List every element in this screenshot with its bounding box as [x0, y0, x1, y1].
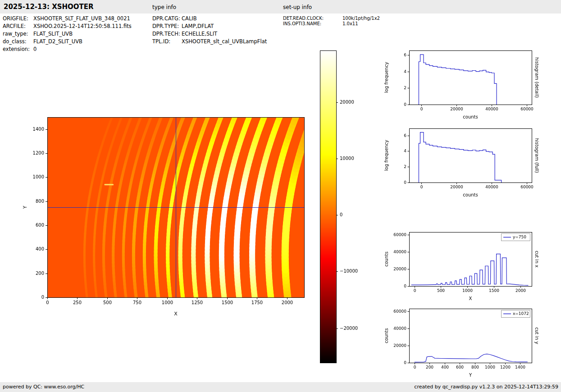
meta-row-dprtype: DPR.TYPE:LAMP,DFLAT — [152, 23, 267, 31]
histogram-full-plot — [385, 125, 536, 196]
meta-value: FLAT_SLIT_UVB — [33, 31, 73, 37]
meta-row-tplid: TPL.ID:XSHOOTER_slt_cal_UVBLampFlat — [152, 38, 267, 46]
meta-label: TPL.ID: — [152, 38, 182, 45]
meta-value: FLAT_D2_SLIT_UVB — [33, 38, 82, 45]
raw-frame-xlabel: X — [162, 311, 189, 317]
cut-in-x-plot — [385, 228, 536, 300]
file-info-block: ORIGFILE:XSHOOTER_SLT_FLAT_UVB_348_0021 … — [3, 15, 132, 54]
meta-value: ECHELLE,SLIT — [182, 31, 217, 37]
meta-value: LAMP,DFLAT — [182, 23, 214, 29]
footer-right-text: created by qc_rawdisp.py v1.2.3 on 2025-… — [414, 384, 558, 390]
histogram-detail-xlabel: counts — [452, 114, 488, 119]
cut-in-y-ylabel: counts — [384, 328, 389, 343]
cut-in-x-ylabel: counts — [384, 251, 389, 266]
footer-bar: powered by QC: www.eso.org/HC created by… — [0, 382, 561, 392]
meta-row-dprcatg: DPR.CATG:CALIB — [152, 15, 267, 23]
meta-row-dprtech: DPR.TECH:ECHELLE,SLIT — [152, 31, 267, 38]
meta-value: XSHOO.2025-12-14T12:50:58.111.fits — [33, 23, 132, 29]
cut-in-y-xlabel: Y — [452, 373, 488, 378]
meta-value: XSHOOTER_SLT_FLAT_UVB_348_0021 — [33, 15, 130, 22]
type-info-section-label: type info — [152, 4, 176, 10]
histogram-full-right-label: histogram (full) — [534, 138, 539, 173]
meta-row-opti3name: INS.OPTI3.NAME:1.0x11 — [283, 21, 380, 27]
meta-row-rawtype: raw_type:FLAT_SLIT_UVB — [3, 31, 132, 38]
meta-label: do_class: — [3, 38, 33, 45]
meta-row-origfile: ORIGFILE:XSHOOTER_SLT_FLAT_UVB_348_0021 — [3, 15, 132, 23]
cut-in-x-xlabel: X — [452, 296, 488, 301]
meta-label: raw_type: — [3, 31, 33, 37]
meta-row-extension: extension:0 — [3, 46, 132, 54]
meta-value: CALIB — [182, 15, 197, 22]
histogram-detail-right-label: histogram (detail) — [534, 57, 539, 98]
meta-row-doclass: do_class:FLAT_D2_SLIT_UVB — [3, 38, 132, 46]
meta-label: DPR.TECH: — [152, 31, 182, 37]
page-title: 2025-12-13: XSHOOTER — [4, 3, 94, 11]
qc-report-page: 2025-12-13: XSHOOTER type info set-up in… — [0, 0, 561, 392]
type-info-block: DPR.CATG:CALIB DPR.TYPE:LAMP,DFLAT DPR.T… — [152, 15, 267, 46]
histogram-detail-plot — [385, 47, 536, 118]
setup-info-block: DET.READ.CLOCK:100k/1pt/hg/1x2 INS.OPTI3… — [283, 16, 380, 27]
meta-row-arcfile: ARCFILE:XSHOO.2025-12-14T12:50:58.111.fi… — [3, 23, 132, 31]
raw-frame-ylabel: Y — [23, 206, 27, 209]
meta-label: extension: — [3, 46, 33, 52]
setup-info-section-label: set-up info — [283, 4, 312, 10]
histogram-full-ylabel: log frequency — [384, 140, 389, 171]
cut-in-y-right-label: cut in y — [534, 327, 539, 344]
meta-label: ORIGFILE: — [3, 15, 33, 22]
colorbar — [315, 47, 365, 367]
raw-frame-plot — [18, 113, 311, 324]
meta-label: DPR.CATG: — [152, 15, 182, 22]
cut-in-y-plot — [385, 305, 536, 376]
cut-in-x-right-label: cut in x — [534, 251, 539, 267]
meta-value: XSHOOTER_slt_cal_UVBLampFlat — [182, 38, 267, 45]
histogram-full-xlabel: counts — [452, 192, 488, 197]
histogram-detail-ylabel: log frequency — [384, 62, 389, 93]
meta-value: 0 — [33, 46, 36, 52]
meta-row-readclock: DET.READ.CLOCK:100k/1pt/hg/1x2 — [283, 16, 380, 21]
meta-label: INS.OPTI3.NAME: — [283, 21, 342, 26]
meta-value: 1.0x11 — [342, 21, 358, 26]
footer-left-text: powered by QC: www.eso.org/HC — [3, 384, 84, 390]
meta-value: 100k/1pt/hg/1x2 — [342, 16, 380, 21]
meta-label: DET.READ.CLOCK: — [283, 16, 342, 21]
meta-label: ARCFILE: — [3, 23, 33, 29]
meta-label: DPR.TYPE: — [152, 23, 182, 29]
